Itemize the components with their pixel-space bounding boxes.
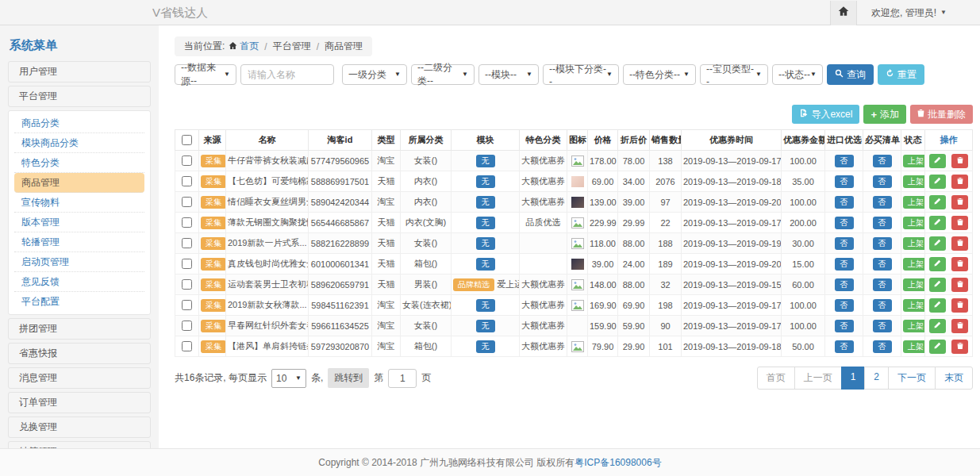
- must-buy-toggle-badge[interactable]: 否: [873, 237, 892, 250]
- imported-toggle-badge[interactable]: 否: [835, 320, 854, 332]
- item-type-select[interactable]: --宝贝类型--▼: [700, 64, 768, 85]
- status-select[interactable]: --状态--▼: [772, 64, 823, 85]
- status-badge[interactable]: 上架: [903, 340, 925, 353]
- sidebar-item-platform-config[interactable]: 平台配置: [14, 292, 144, 312]
- sidebar-item-carousel-management[interactable]: 轮播管理: [14, 232, 144, 252]
- reset-button[interactable]: 重置: [878, 64, 924, 85]
- level2-category-select[interactable]: --二级分类--▼: [411, 64, 475, 85]
- must-buy-toggle-badge[interactable]: 否: [873, 196, 892, 209]
- delete-button[interactable]: [951, 216, 968, 230]
- edit-button[interactable]: [929, 257, 946, 271]
- status-badge[interactable]: 上架: [903, 320, 925, 332]
- must-buy-toggle-badge[interactable]: 否: [873, 320, 892, 332]
- imported-toggle-badge[interactable]: 否: [835, 237, 854, 250]
- imported-toggle-badge[interactable]: 否: [835, 196, 854, 209]
- jump-button[interactable]: 跳转到: [328, 368, 369, 388]
- icp-link[interactable]: 粤ICP备16098006号: [575, 457, 661, 468]
- sidebar-item-module-product-categories[interactable]: 模块商品分类: [14, 133, 144, 153]
- status-badge[interactable]: 上架: [903, 258, 925, 271]
- sidebar-item-settlement-management[interactable]: 结算管理: [8, 441, 151, 448]
- pager-page-1[interactable]: 1: [841, 367, 866, 390]
- sidebar-item-groupbuy-management[interactable]: 拼团管理: [8, 318, 151, 340]
- imported-toggle-badge[interactable]: 否: [835, 299, 854, 312]
- must-buy-toggle-badge[interactable]: 否: [873, 175, 892, 188]
- status-badge[interactable]: 上架: [903, 299, 925, 312]
- imported-toggle-badge[interactable]: 否: [835, 155, 854, 167]
- row-checkbox[interactable]: [182, 197, 192, 207]
- edit-button[interactable]: [929, 236, 946, 251]
- featured-category-select[interactable]: --特色分类--▼: [623, 64, 696, 85]
- search-button[interactable]: 查询: [827, 64, 874, 85]
- imported-toggle-badge[interactable]: 否: [835, 175, 854, 188]
- batch-delete-button[interactable]: 批量删除: [910, 105, 973, 124]
- edit-button[interactable]: [929, 278, 946, 292]
- row-checkbox[interactable]: [182, 238, 192, 248]
- row-checkbox[interactable]: [182, 217, 192, 228]
- row-checkbox[interactable]: [182, 279, 192, 290]
- edit-button[interactable]: [929, 298, 946, 313]
- pager-first[interactable]: 首页: [757, 367, 795, 390]
- delete-button[interactable]: [951, 236, 968, 251]
- row-checkbox[interactable]: [182, 341, 192, 351]
- per-page-select[interactable]: 10 ▼: [271, 369, 306, 388]
- pager-page-2[interactable]: 2: [864, 367, 889, 390]
- sidebar-item-exchange-management[interactable]: 兑换管理: [8, 416, 151, 438]
- pager-last[interactable]: 末页: [935, 367, 973, 390]
- edit-button[interactable]: [929, 319, 946, 333]
- home-button[interactable]: [830, 1, 857, 25]
- edit-button[interactable]: [929, 216, 946, 230]
- delete-button[interactable]: [951, 298, 968, 313]
- import-excel-button[interactable]: 导入excel: [792, 105, 859, 124]
- must-buy-toggle-badge[interactable]: 否: [873, 278, 892, 291]
- level1-category-select[interactable]: 一级分类▼: [342, 64, 407, 85]
- add-button[interactable]: + 添加: [863, 105, 906, 124]
- row-checkbox[interactable]: [182, 300, 192, 310]
- pager-prev[interactable]: 上一页: [794, 367, 842, 390]
- delete-button[interactable]: [951, 195, 968, 209]
- sidebar-item-user-management[interactable]: 用户管理: [8, 61, 151, 83]
- row-checkbox[interactable]: [182, 155, 192, 166]
- must-buy-toggle-badge[interactable]: 否: [873, 299, 892, 312]
- delete-button[interactable]: [951, 257, 968, 271]
- sidebar-item-order-management[interactable]: 订单管理: [8, 392, 151, 413]
- edit-button[interactable]: [929, 340, 946, 354]
- status-badge[interactable]: 上架: [903, 196, 925, 209]
- sidebar-item-message-management[interactable]: 消息管理: [8, 367, 151, 389]
- imported-toggle-badge[interactable]: 否: [835, 340, 854, 353]
- row-checkbox[interactable]: [182, 321, 192, 331]
- status-badge[interactable]: 上架: [903, 155, 925, 167]
- delete-button[interactable]: [951, 154, 968, 168]
- sidebar-item-promo-materials[interactable]: 宣传物料: [14, 193, 144, 213]
- delete-button[interactable]: [951, 175, 968, 189]
- sidebar-item-express-news[interactable]: 省惠快报: [8, 343, 151, 364]
- imported-toggle-badge[interactable]: 否: [835, 278, 854, 291]
- must-buy-toggle-badge[interactable]: 否: [873, 155, 892, 167]
- pager-next[interactable]: 下一页: [888, 367, 936, 390]
- jump-page-input[interactable]: [388, 369, 417, 388]
- delete-button[interactable]: [951, 340, 968, 354]
- delete-button[interactable]: [951, 319, 968, 333]
- module-subcategory-select[interactable]: --模块下分类--▼: [543, 64, 619, 85]
- status-badge[interactable]: 上架: [903, 278, 925, 291]
- breadcrumb-home-link[interactable]: 首页: [229, 40, 259, 53]
- imported-toggle-badge[interactable]: 否: [835, 258, 854, 271]
- imported-toggle-badge[interactable]: 否: [835, 217, 854, 229]
- sidebar-item-product-categories[interactable]: 商品分类: [14, 113, 144, 133]
- module-select[interactable]: --模块--▼: [478, 64, 539, 85]
- select-all-checkbox[interactable]: [182, 135, 192, 145]
- status-badge[interactable]: 上架: [903, 237, 925, 250]
- row-checkbox[interactable]: [182, 259, 192, 269]
- sidebar-item-feedback[interactable]: 意见反馈: [14, 272, 144, 292]
- sidebar-item-product-management[interactable]: 商品管理: [14, 173, 144, 193]
- must-buy-toggle-badge[interactable]: 否: [873, 217, 892, 229]
- sidebar-item-platform-management[interactable]: 平台管理: [8, 86, 151, 107]
- status-badge[interactable]: 上架: [903, 217, 925, 229]
- data-source-select[interactable]: --数据来源--▼: [175, 64, 236, 85]
- row-checkbox[interactable]: [182, 176, 192, 186]
- sidebar-item-featured-categories[interactable]: 特色分类: [14, 153, 144, 173]
- sidebar-item-splash-page-management[interactable]: 启动页管理: [14, 252, 144, 272]
- name-search-input[interactable]: [240, 64, 334, 85]
- delete-button[interactable]: [951, 278, 968, 292]
- sidebar-item-version-management[interactable]: 版本管理: [14, 213, 144, 232]
- user-menu[interactable]: 欢迎您, 管理员! ▼: [871, 6, 947, 20]
